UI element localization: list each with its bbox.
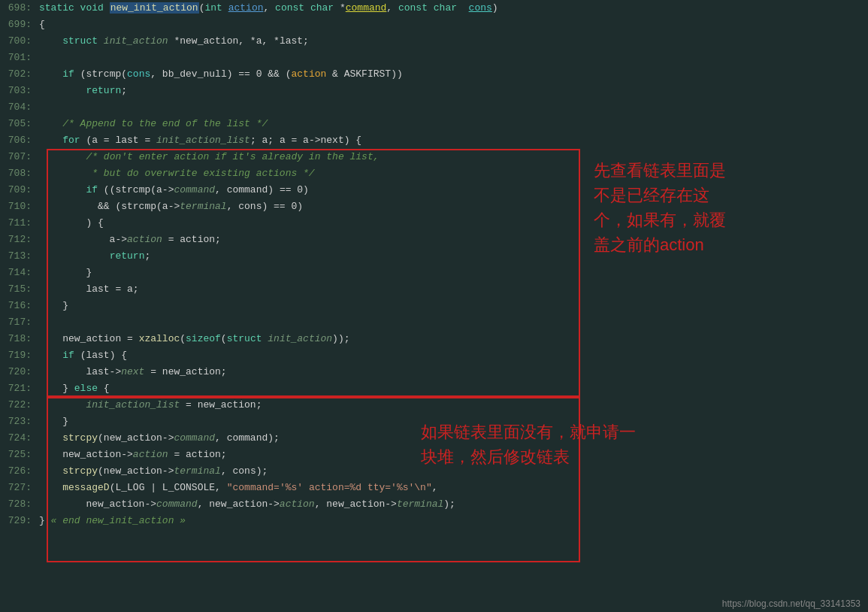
code-line: 704: — [0, 99, 868, 116]
code-line: 715: last = a; — [0, 281, 868, 298]
code-line: 719: if (last) { — [0, 347, 868, 364]
code-line: 727: messageD(L_LOG | L_CONSOLE, "comman… — [0, 480, 868, 496]
code-line: 706: for (a = last = init_action_list; a… — [0, 132, 868, 149]
code-line: 714: } — [0, 265, 868, 281]
line-content: return; — [39, 83, 868, 99]
line-content: new_action->command, new_action->action,… — [39, 496, 868, 513]
line-content: messageD(L_LOG | L_CONSOLE, "command='%s… — [39, 480, 868, 496]
line-number: 699: — [0, 17, 39, 33]
line-number: 701: — [0, 50, 39, 66]
line-content: } « end new_init_action » — [39, 513, 868, 529]
annotation-text-2: 如果链表里面没有，就申请一 块堆，然后修改链表 — [421, 420, 842, 469]
line-content: new_action = xzalloc(sizeof(struct init_… — [39, 331, 868, 347]
code-line: 721: } else { — [0, 380, 868, 397]
line-content: last = a; — [39, 281, 868, 298]
line-number: 726: — [0, 463, 39, 480]
line-number: 729: — [0, 513, 39, 529]
line-number: 724: — [0, 430, 39, 447]
code-line: 699:{ — [0, 17, 868, 33]
line-number: 723: — [0, 414, 39, 430]
code-line: 703: return; — [0, 83, 868, 99]
line-number: 700: — [0, 33, 39, 50]
code-line: 720: last->next = new_action; — [0, 364, 868, 380]
line-number: 725: — [0, 447, 39, 463]
line-number: 712: — [0, 232, 39, 248]
line-content: init_action_list = new_action; — [39, 397, 868, 414]
code-line: 702: if (strcmp(cons, bb_dev_null) == 0 … — [0, 66, 868, 83]
line-number: 698: — [0, 0, 39, 17]
line-number: 706: — [0, 132, 39, 149]
line-content: if (last) { — [39, 347, 868, 364]
line-number: 708: — [0, 165, 39, 182]
code-line: 701: — [0, 50, 868, 66]
line-number: 715: — [0, 281, 39, 298]
line-number: 710: — [0, 198, 39, 215]
line-content: if (strcmp(cons, bb_dev_null) == 0 && (a… — [39, 66, 868, 83]
line-number: 727: — [0, 480, 39, 496]
code-line: 718: new_action = xzalloc(sizeof(struct … — [0, 331, 868, 347]
code-line: 705: /* Append to the end of the list */ — [0, 116, 868, 132]
line-content: last->next = new_action; — [39, 364, 868, 380]
code-line: 729:} « end new_init_action » — [0, 513, 868, 529]
line-number: 716: — [0, 298, 39, 314]
line-number: 713: — [0, 248, 39, 265]
line-number: 719: — [0, 347, 39, 364]
code-line: 728: new_action->command, new_action->ac… — [0, 496, 868, 513]
line-number: 718: — [0, 331, 39, 347]
line-content: /* Append to the end of the list */ — [39, 116, 868, 132]
line-content: { — [39, 17, 868, 33]
code-line: 722: init_action_list = new_action; — [0, 397, 868, 414]
line-number: 717: — [0, 314, 39, 331]
line-content: for (a = last = init_action_list; a; a =… — [39, 132, 868, 149]
line-number: 702: — [0, 66, 39, 83]
line-number: 711: — [0, 215, 39, 232]
line-content: static void new_init_action(int action, … — [39, 0, 868, 17]
line-content: } else { — [39, 380, 868, 397]
line-number: 721: — [0, 380, 39, 397]
code-line: 716: } — [0, 298, 868, 314]
line-content: } — [39, 298, 868, 314]
line-content: } — [39, 265, 868, 281]
line-number: 705: — [0, 116, 39, 132]
line-number: 709: — [0, 182, 39, 198]
line-number: 722: — [0, 397, 39, 414]
code-line: 700: struct init_action *new_action, *a,… — [0, 33, 868, 50]
annotation-text-1: 先查看链表里面是 不是已经存在这 个，如果有，就覆 盖之前的action — [594, 158, 849, 257]
line-number: 707: — [0, 149, 39, 165]
line-number: 720: — [0, 364, 39, 380]
line-content: struct init_action *new_action, *a, *las… — [39, 33, 868, 50]
line-number: 703: — [0, 83, 39, 99]
line-number: 728: — [0, 496, 39, 513]
watermark: https://blog.csdn.net/qq_33141353 — [722, 598, 860, 609]
code-line: 698:static void new_init_action(int acti… — [0, 0, 868, 17]
code-line: 717: — [0, 314, 868, 331]
line-number: 714: — [0, 265, 39, 281]
code-editor: 698:static void new_init_action(int acti… — [0, 0, 868, 612]
line-number: 704: — [0, 99, 39, 116]
